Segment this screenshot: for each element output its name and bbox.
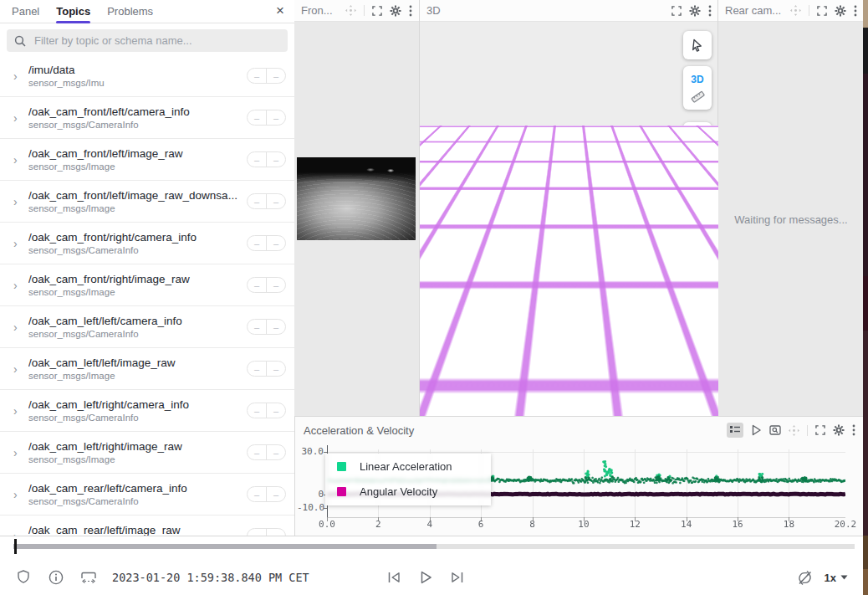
chevron-right-icon[interactable]: › bbox=[13, 195, 23, 208]
fullscreen-icon[interactable] bbox=[815, 425, 825, 435]
sync-cursor-icon[interactable] bbox=[751, 424, 762, 436]
panel-title: 3D bbox=[426, 4, 441, 17]
x-axis-tick-label: 12 bbox=[630, 519, 641, 530]
topic-toggle-right[interactable]: – bbox=[266, 236, 285, 250]
chevron-right-icon[interactable]: › bbox=[13, 321, 23, 334]
topic-toggle-right[interactable]: – bbox=[266, 487, 285, 501]
tab-panel[interactable]: Panel bbox=[12, 0, 39, 23]
select-cursor-button[interactable] bbox=[683, 31, 712, 59]
topic-row[interactable]: › /oak_cam_left/right/image_raw sensor_m… bbox=[0, 432, 294, 474]
gear-icon[interactable] bbox=[835, 5, 846, 17]
topic-row[interactable]: › /oak_cam_left/left/camera_info sensor_… bbox=[0, 306, 294, 348]
chevron-right-icon[interactable]: › bbox=[13, 111, 23, 125]
info-icon[interactable] bbox=[49, 570, 64, 585]
topic-toggle-left[interactable]: – bbox=[248, 445, 266, 459]
topic-row[interactable]: › /oak_cam_rear/left/image_raw sensor_ms… bbox=[0, 515, 294, 536]
more-menu-icon[interactable] bbox=[409, 5, 412, 17]
plot-title: Acceleration & Velocity bbox=[304, 424, 414, 437]
topic-toggle-right[interactable]: – bbox=[266, 278, 285, 292]
topic-toggle-right[interactable]: – bbox=[266, 194, 285, 208]
more-menu-icon[interactable] bbox=[708, 5, 712, 17]
topic-toggle-left[interactable]: – bbox=[248, 152, 266, 167]
topic-row[interactable]: › /imu/data sensor_msgs/Imu – – bbox=[0, 55, 294, 97]
tab-topics[interactable]: Topics bbox=[56, 0, 90, 23]
legend-row[interactable]: Linear Acceleration bbox=[325, 454, 491, 479]
legend-toggle-icon[interactable] bbox=[727, 423, 743, 438]
plot-panel: Acceleration & Velocity bbox=[294, 416, 864, 536]
loop-region-icon[interactable] bbox=[80, 570, 97, 585]
topic-row[interactable]: › /oak_cam_front/right/image_raw sensor_… bbox=[0, 264, 294, 306]
topic-toggle-right[interactable]: – bbox=[266, 152, 285, 167]
topic-name: /oak_cam_front/right/image_raw bbox=[28, 273, 242, 285]
topic-visibility-toggles: – – bbox=[247, 486, 286, 502]
topic-toggle-left[interactable]: – bbox=[248, 194, 266, 208]
legend-row[interactable]: Angular Velocity bbox=[325, 479, 491, 504]
zoom-region-icon[interactable] bbox=[769, 424, 781, 436]
chevron-right-icon[interactable]: › bbox=[13, 69, 23, 83]
topic-toggle-right[interactable]: – bbox=[266, 69, 285, 83]
topic-row[interactable]: › /oak_cam_front/left/image_raw sensor_m… bbox=[0, 139, 294, 181]
measure-ruler-icon[interactable] bbox=[691, 90, 705, 103]
topic-row[interactable]: › /oak_cam_front/left/camera_info sensor… bbox=[0, 97, 294, 139]
topic-toggle-left[interactable]: – bbox=[248, 320, 266, 334]
seek-track[interactable] bbox=[13, 544, 855, 549]
chevron-right-icon[interactable]: › bbox=[13, 237, 23, 250]
chevron-right-icon[interactable]: › bbox=[13, 279, 23, 292]
fullscreen-icon[interactable] bbox=[372, 6, 382, 16]
fullscreen-icon[interactable] bbox=[817, 6, 827, 16]
topic-visibility-toggles: – – bbox=[247, 151, 286, 167]
legend-label: Angular Velocity bbox=[360, 485, 437, 498]
chevron-right-icon[interactable]: › bbox=[13, 446, 23, 459]
topic-toggle-right[interactable]: – bbox=[266, 529, 285, 536]
topic-toggle-left[interactable]: – bbox=[248, 362, 266, 376]
chevron-right-icon[interactable]: › bbox=[13, 153, 23, 167]
gear-icon[interactable] bbox=[390, 5, 401, 17]
topic-schema: sensor_msgs/Imu bbox=[28, 78, 242, 88]
topic-row[interactable]: › /oak_cam_left/right/camera_info sensor… bbox=[0, 390, 294, 432]
topic-toggle-left[interactable]: – bbox=[248, 487, 266, 501]
topic-row[interactable]: › /oak_cam_front/right/camera_info senso… bbox=[0, 223, 294, 264]
shield-icon[interactable] bbox=[17, 570, 30, 585]
more-menu-icon[interactable] bbox=[852, 424, 855, 436]
repeat-off-icon[interactable] bbox=[797, 570, 813, 586]
close-icon[interactable]: × bbox=[276, 3, 284, 19]
chevron-right-icon[interactable]: › bbox=[13, 530, 23, 536]
topic-toggle-right[interactable]: – bbox=[266, 445, 285, 459]
play-icon[interactable] bbox=[418, 570, 433, 585]
skip-to-end-icon[interactable] bbox=[450, 570, 465, 585]
topic-toggle-right[interactable]: – bbox=[266, 110, 285, 125]
topic-toggle-right[interactable]: – bbox=[266, 362, 285, 376]
camera-pan-button[interactable] bbox=[683, 122, 712, 151]
topic-toggle-right[interactable]: – bbox=[266, 403, 285, 418]
topic-row[interactable]: › /oak_cam_left/left/image_raw sensor_ms… bbox=[0, 348, 294, 390]
mode-3d-label[interactable]: 3D bbox=[691, 74, 703, 85]
playback-speed-select[interactable]: 1x bbox=[825, 572, 848, 584]
topic-toggle-left[interactable]: – bbox=[248, 403, 266, 418]
gear-icon[interactable] bbox=[689, 5, 701, 17]
topic-visibility-toggles: – – bbox=[247, 110, 286, 126]
topic-toggle-left[interactable]: – bbox=[248, 236, 266, 250]
topic-toggle-left[interactable]: – bbox=[248, 69, 266, 83]
robot-model[interactable]: HILTI bbox=[452, 249, 540, 347]
fullscreen-icon[interactable] bbox=[671, 6, 682, 16]
topic-toggle-left[interactable]: – bbox=[248, 110, 266, 125]
skip-to-start-icon[interactable] bbox=[386, 570, 401, 585]
playhead[interactable] bbox=[14, 539, 17, 554]
plot-legend[interactable]: Linear AccelerationAngular Velocity bbox=[325, 454, 491, 505]
caret-down-icon bbox=[840, 575, 848, 580]
topic-row[interactable]: › /oak_cam_rear/left/camera_info sensor_… bbox=[0, 474, 294, 515]
chevron-right-icon[interactable]: › bbox=[13, 488, 23, 501]
topic-visibility-toggles: – – bbox=[247, 68, 286, 84]
more-menu-icon[interactable] bbox=[854, 5, 857, 17]
view-mode-button[interactable]: 3D bbox=[683, 66, 712, 110]
gear-icon[interactable] bbox=[833, 424, 845, 436]
tab-problems[interactable]: Problems bbox=[107, 0, 153, 23]
topic-visibility-toggles: – – bbox=[247, 193, 286, 209]
chevron-right-icon[interactable]: › bbox=[13, 404, 23, 418]
topic-toggle-left[interactable]: – bbox=[248, 529, 266, 536]
topic-toggle-left[interactable]: – bbox=[248, 278, 266, 292]
topic-toggle-right[interactable]: – bbox=[266, 320, 285, 334]
topic-row[interactable]: › /oak_cam_front/left/image_raw_downsa..… bbox=[0, 181, 294, 223]
search-input[interactable] bbox=[33, 33, 280, 48]
chevron-right-icon[interactable]: › bbox=[13, 362, 23, 376]
